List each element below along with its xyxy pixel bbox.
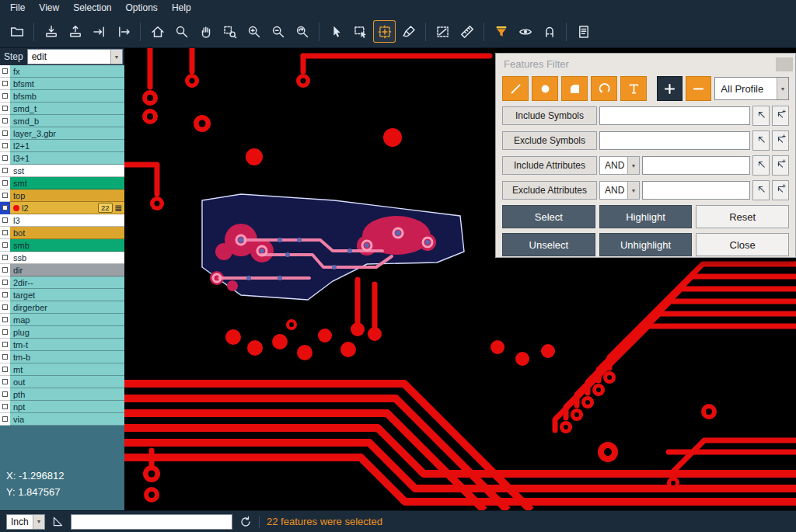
layer-label[interactable]: bfsmb <box>10 90 124 103</box>
layer-visibility-checkbox[interactable] <box>0 301 10 314</box>
layer-row-bot[interactable]: bot <box>0 227 124 239</box>
layer-label[interactable]: smb <box>10 239 124 252</box>
layer-visibility-checkbox[interactable] <box>0 127 10 140</box>
layer-row-smt[interactable]: smt <box>0 177 124 190</box>
layer-row-npt[interactable]: npt <box>0 401 124 413</box>
chevron-down-icon[interactable]: ▼ <box>627 182 639 199</box>
unhighlight-button[interactable]: Unhighlight <box>599 233 693 256</box>
layer-visibility-checkbox[interactable] <box>0 165 10 177</box>
step-out-tool[interactable] <box>112 20 134 43</box>
chevron-down-icon[interactable]: ▼ <box>777 78 788 99</box>
layer-visibility-checkbox[interactable] <box>0 276 10 289</box>
layer-label[interactable]: l222▦ <box>10 202 124 214</box>
select-button[interactable]: Select <box>502 205 595 228</box>
layer-row-l3-1[interactable]: l3+1 <box>0 152 124 165</box>
layer-visibility-checkbox[interactable] <box>0 413 10 426</box>
snap-tool[interactable] <box>538 20 560 43</box>
chevron-down-icon[interactable]: ▼ <box>33 515 44 529</box>
layer-row-bfsmt[interactable]: bfsmt <box>0 78 124 90</box>
layer-visibility-checkbox[interactable] <box>0 351 10 363</box>
layer-visibility-checkbox[interactable] <box>0 140 10 152</box>
rect-select-tool[interactable] <box>349 20 372 43</box>
dialog-title-bar[interactable]: Features Filter <box>496 54 795 72</box>
layer-label[interactable]: smd_t <box>10 103 124 115</box>
layer-label[interactable]: l3 <box>10 214 124 227</box>
layer-visibility-checkbox[interactable] <box>0 90 10 103</box>
pick-symbol-add-button[interactable] <box>772 106 789 126</box>
open-folder-tool[interactable] <box>5 20 28 43</box>
layer-label[interactable]: smt <box>10 177 124 190</box>
layer-row-top[interactable]: top <box>0 190 124 202</box>
layer-visibility-checkbox[interactable] <box>0 289 10 301</box>
layer-label[interactable]: top <box>10 190 124 202</box>
layer-visibility-checkbox[interactable] <box>0 326 10 339</box>
layer-visibility-checkbox[interactable] <box>0 190 10 202</box>
include-symbols-input[interactable] <box>599 106 750 125</box>
layer-label[interactable]: layer_3.gbr <box>10 127 124 140</box>
layer-visibility-checkbox[interactable] <box>0 65 10 78</box>
layer-label[interactable]: l2+1 <box>10 140 124 152</box>
layer-visibility-checkbox[interactable] <box>0 363 10 376</box>
layer-label[interactable]: pth <box>10 388 124 401</box>
chevron-down-icon[interactable]: ▼ <box>110 50 122 64</box>
layer-row-out[interactable]: out <box>0 376 124 388</box>
layer-row-fx[interactable]: fx <box>0 65 124 78</box>
feature-select-tool[interactable] <box>373 20 396 43</box>
layer-label[interactable]: mt <box>10 363 124 376</box>
layer-row-tm-t[interactable]: tm-t <box>0 339 124 351</box>
layer-label[interactable]: via <box>10 413 124 426</box>
layer-label[interactable]: bot <box>10 227 124 239</box>
filter-tool[interactable] <box>490 20 512 43</box>
include-symbols-button[interactable]: Include Symbols <box>502 106 597 125</box>
exclude-attributes-input[interactable] <box>642 181 750 200</box>
layer-label[interactable]: dir <box>10 264 124 276</box>
layer-row-l3[interactable]: l3 <box>0 214 124 227</box>
pick-symbol-add-button[interactable] <box>772 130 789 151</box>
layer-row-pth[interactable]: pth <box>0 388 124 401</box>
layer-row-smb[interactable]: smb <box>0 239 124 252</box>
menu-item-selection[interactable]: Selection <box>66 1 118 15</box>
zoom-window-tool[interactable] <box>170 20 193 43</box>
layer-visibility-checkbox[interactable] <box>0 202 10 214</box>
layer-label[interactable]: out <box>10 376 124 388</box>
layer-label[interactable]: npt <box>10 401 124 413</box>
layer-row-via[interactable]: via <box>0 413 124 426</box>
menu-item-view[interactable]: View <box>32 1 66 15</box>
layer-label[interactable]: ssb <box>10 252 124 264</box>
layer-visibility-checkbox[interactable] <box>0 152 10 165</box>
layer-row-l2-1[interactable]: l2+1 <box>0 140 124 152</box>
layer-row-target[interactable]: target <box>0 289 124 301</box>
layer-row-map[interactable]: map <box>0 314 124 326</box>
angle-icon[interactable] <box>52 516 64 527</box>
layer-visibility-checkbox[interactable] <box>0 314 10 326</box>
layer-label[interactable]: plug <box>10 326 124 339</box>
pick-attribute-add-button[interactable] <box>772 180 789 200</box>
pick-symbol-button[interactable] <box>752 130 770 151</box>
menu-item-options[interactable]: Options <box>119 1 165 15</box>
layer-row-2dir-[interactable]: 2dir-- <box>0 276 124 289</box>
dialog-close-button[interactable] <box>776 57 793 71</box>
filter-pad-tool[interactable] <box>532 76 558 101</box>
add-mode-button[interactable] <box>657 76 683 101</box>
layer-visibility-checkbox[interactable] <box>0 227 10 239</box>
report-tool[interactable] <box>572 20 595 43</box>
layer-row-mt[interactable]: mt <box>0 363 124 376</box>
pick-symbol-button[interactable] <box>752 106 770 126</box>
filter-surface-tool[interactable] <box>561 76 588 101</box>
layer-visibility-checkbox[interactable] <box>0 252 10 264</box>
layer-label[interactable]: dirgerber <box>10 301 124 314</box>
pick-attribute-add-button[interactable] <box>772 155 789 176</box>
highlight-button[interactable]: Highlight <box>599 205 693 228</box>
include-attributes-op-select[interactable]: AND ▼ <box>599 156 640 175</box>
layer-row-smd-b[interactable]: smd_b <box>0 115 124 127</box>
layer-visibility-checkbox[interactable] <box>0 239 10 252</box>
layer-row-l2[interactable]: l222▦ <box>0 202 124 214</box>
layer-visibility-checkbox[interactable] <box>0 115 10 127</box>
layer-row-dirgerber[interactable]: dirgerber <box>0 301 124 314</box>
layer-visibility-checkbox[interactable] <box>0 264 10 276</box>
layer-row-layer-3-gbr[interactable]: layer_3.gbr <box>0 127 124 140</box>
unselect-button[interactable]: Unselect <box>502 233 595 256</box>
layer-visibility-checkbox[interactable] <box>0 103 10 115</box>
line-select-tool[interactable] <box>431 20 454 43</box>
layer-label[interactable]: tm-t <box>10 339 124 351</box>
